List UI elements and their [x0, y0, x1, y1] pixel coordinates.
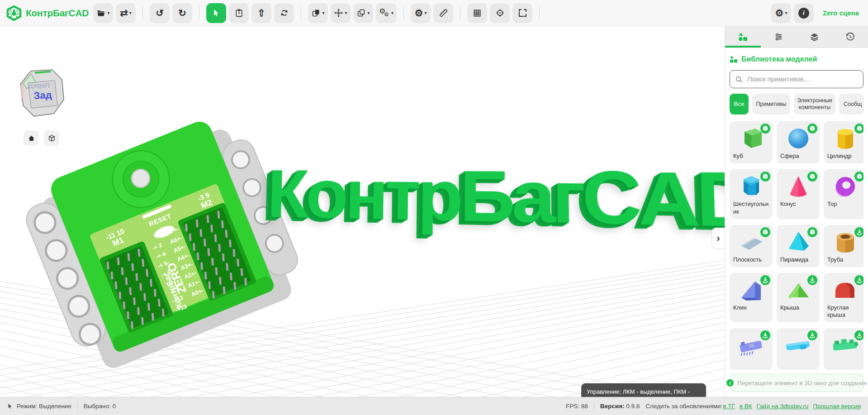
library-item-torus[interactable]: Тор	[824, 169, 863, 219]
grid-toggle-button[interactable]	[467, 3, 487, 23]
caret-down-icon: ▾	[107, 11, 109, 15]
filter-chip-community[interactable]: Сообщ	[839, 94, 864, 114]
library-item-board-3[interactable]	[824, 328, 863, 370]
folder-open-icon	[96, 8, 106, 18]
caret-down-icon: ▾	[367, 11, 370, 15]
home-icon	[28, 134, 35, 142]
cube-badge-icon[interactable]	[807, 124, 817, 134]
download-badge-icon[interactable]	[807, 330, 817, 340]
cube-badge-icon[interactable]	[854, 124, 863, 134]
controls-tooltip: Управление: ЛКМ - выделение, ПКМ - враще…	[581, 383, 706, 397]
import-export-button[interactable]: ⇄▾	[116, 3, 136, 23]
link-previous-version[interactable]: Прошлая версия	[813, 403, 861, 410]
redo-button[interactable]: ↻	[172, 3, 192, 23]
link-telegram[interactable]: в ТГ	[723, 403, 735, 410]
status-links: в ТГ в ВК Гайд на 3dtoday.ru Прошлая вер…	[723, 403, 861, 410]
app-logo[interactable]: КонтрБагCAD	[6, 5, 90, 21]
caret-down-icon: ▾	[345, 11, 347, 15]
library-item-pyramid[interactable]: Пирамида	[777, 225, 820, 267]
shapes-icon	[738, 32, 748, 42]
open-file-button[interactable]: ▾	[93, 3, 113, 23]
cube-icon	[48, 134, 56, 142]
toolbar-divider	[142, 6, 143, 20]
fit-view-button[interactable]	[44, 130, 59, 146]
origin-button[interactable]	[490, 3, 510, 23]
workplane-button[interactable]	[229, 3, 249, 23]
ruler-button[interactable]	[433, 3, 453, 23]
library-item-roof[interactable]: Крыша	[777, 273, 820, 323]
filter-chip-electronics[interactable]: Электронные компоненты	[794, 94, 835, 114]
download-badge-icon[interactable]	[854, 330, 863, 340]
library-item-cube[interactable]: Куб	[730, 121, 773, 163]
panel-collapse-button[interactable]: ›	[711, 228, 725, 249]
library-item-sphere[interactable]: Сфера	[777, 121, 820, 163]
library-panel: Библиотека моделей Все Примитивы Электро…	[725, 26, 868, 397]
download-badge-icon[interactable]	[854, 227, 863, 237]
library-item-roundroof[interactable]: Круглая крыша	[824, 273, 863, 323]
sync-button[interactable]	[274, 3, 294, 23]
search-input[interactable]	[746, 75, 858, 83]
download-badge-icon[interactable]	[760, 330, 770, 340]
toolbar-divider	[301, 6, 301, 20]
tab-history[interactable]	[832, 26, 868, 48]
library-item-tube[interactable]: Труба	[824, 225, 863, 267]
group-operations-button[interactable]: ⚙⚙▾	[376, 3, 397, 23]
link-vk[interactable]: в ВК	[740, 403, 752, 410]
library-title: Библиотека моделей	[741, 55, 817, 63]
app-settings-button[interactable]: ⚙▾	[771, 3, 791, 23]
cube-badge-icon[interactable]	[854, 172, 863, 181]
info-button[interactable]: i	[794, 3, 814, 23]
library-item-hexprism[interactable]: Шестиугольник	[730, 169, 773, 219]
link-guide[interactable]: Гайд на 3dtoday.ru	[757, 403, 809, 410]
duplicate-icon	[311, 8, 321, 18]
scene-3d-text[interactable]: КонтрБагCAD	[266, 154, 725, 245]
caret-down-icon: ▾	[391, 11, 394, 15]
library-item-wedge[interactable]: Клин	[730, 273, 773, 323]
view-shortcut-buttons	[24, 130, 59, 146]
tool-settings-button[interactable]: ⚙▾	[411, 3, 431, 23]
duplicate-button[interactable]: ▾	[308, 3, 328, 23]
library-item-board-2[interactable]	[777, 328, 820, 370]
home-view-button[interactable]	[24, 130, 39, 146]
filter-chip-all[interactable]: Все	[730, 94, 749, 114]
library-item-cone[interactable]: Конус	[777, 169, 820, 219]
cube-badge-icon[interactable]	[760, 172, 770, 181]
download-badge-icon[interactable]	[807, 275, 817, 285]
redo-icon: ↻	[178, 8, 186, 18]
cube-badge-icon[interactable]	[760, 124, 770, 134]
controller-board-model[interactable]: -11 10 M1 RESET -3 9 M2 КонтрБаг ZERO -+…	[15, 106, 311, 379]
copy-button[interactable]: ▾	[353, 3, 373, 23]
cube-badge-icon[interactable]	[760, 227, 770, 237]
view-cube[interactable]: Перед Зад	[17, 67, 67, 121]
panel-tabs	[725, 26, 868, 48]
undo-button[interactable]: ↺	[150, 3, 170, 23]
download-badge-icon[interactable]	[854, 275, 863, 285]
scene-name[interactable]: Zero сцена	[823, 9, 859, 17]
toolbar-divider	[199, 6, 199, 20]
clipboard-icon	[234, 8, 244, 18]
filter-chip-primitives[interactable]: Примитивы	[752, 94, 790, 114]
search-icon	[735, 75, 743, 84]
swap-arrows-icon: ⇄	[120, 8, 128, 18]
fps-counter: FPS: 88	[566, 403, 588, 410]
library-item-cylinder[interactable]: Цилиндр	[824, 121, 863, 163]
push-up-button[interactable]: ⇧	[251, 3, 271, 23]
cube-badge-icon[interactable]	[807, 227, 817, 237]
tab-layers[interactable]	[797, 26, 832, 48]
library-content: Библиотека моделей Все Примитивы Электро…	[725, 48, 868, 373]
target-icon	[495, 8, 505, 18]
download-badge-icon[interactable]	[760, 275, 770, 285]
model-grid: Куб Сфера Цилиндр Ш	[730, 121, 863, 373]
tab-library[interactable]	[725, 26, 761, 48]
move-button[interactable]: ▾	[331, 3, 351, 23]
select-tool-button[interactable]	[206, 3, 226, 23]
viewport-3d[interactable]: -11 10 M1 RESET -3 9 M2 КонтрБаг ZERO -+…	[0, 26, 725, 397]
library-item-board-1[interactable]	[730, 328, 773, 370]
cube-badge-icon[interactable]	[807, 172, 817, 181]
arrow-up-icon: ⇧	[257, 8, 266, 18]
library-item-plane[interactable]: Плоскость	[730, 225, 773, 267]
app-title: КонтрБагCAD	[26, 8, 89, 19]
marquee-select-button[interactable]	[512, 3, 532, 23]
cursor-icon	[211, 8, 221, 18]
tab-properties[interactable]	[761, 26, 797, 48]
